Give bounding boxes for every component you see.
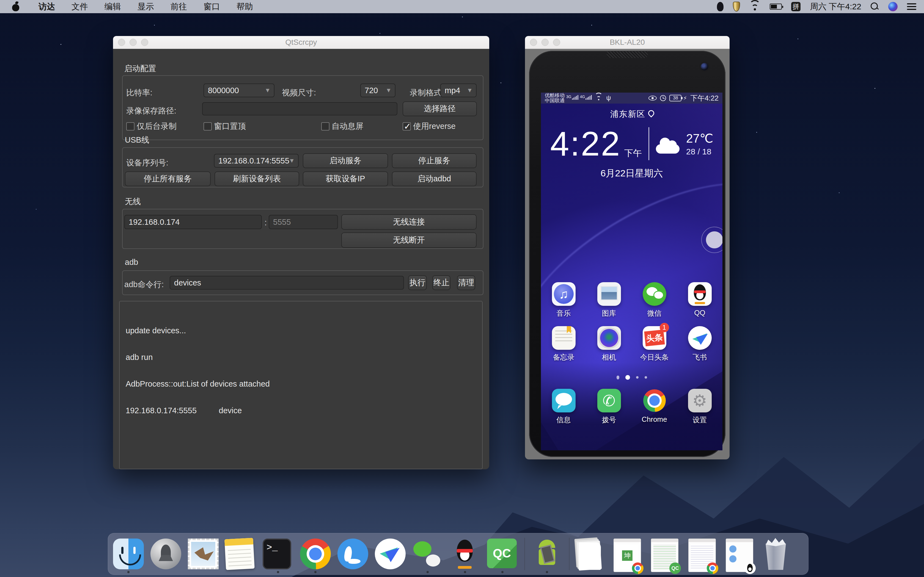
- stop-all-services-button[interactable]: 停止所有服务: [125, 171, 211, 186]
- app-wechat[interactable]: 微信: [634, 282, 675, 318]
- stop-service-button[interactable]: 停止服务: [392, 153, 477, 168]
- record-path-input[interactable]: [202, 102, 397, 115]
- wireless-disconnect-button[interactable]: 无线断开: [341, 232, 477, 248]
- app-chrome[interactable]: Chrome: [634, 389, 675, 425]
- blue-seal-app-icon: [338, 538, 368, 569]
- siri-icon[interactable]: [888, 2, 898, 11]
- menu-go[interactable]: 前往: [162, 0, 195, 13]
- app-settings[interactable]: 设置: [679, 389, 720, 425]
- dock-qq[interactable]: [450, 538, 480, 569]
- dock-terminal[interactable]: >_: [263, 538, 293, 569]
- checkbox-box[interactable]: [204, 122, 212, 131]
- phone-mirror-window: BKL-AL20 优酷移动 中国联通 3G 4G ψ: [525, 36, 730, 459]
- carrier-labels: 优酷移动 中国联通: [545, 93, 565, 103]
- bitrate-combobox[interactable]: 8000000▼: [204, 84, 275, 97]
- window-title: BKL-AL20: [525, 38, 730, 47]
- notes-icon: [552, 326, 575, 350]
- app-messages[interactable]: 信息: [543, 389, 585, 425]
- wifi-icon: [594, 94, 603, 101]
- dock-finder[interactable]: [113, 538, 144, 569]
- adb-clear-button[interactable]: 清理: [457, 275, 475, 290]
- chevron-down-icon: ▼: [265, 87, 271, 94]
- checkbox-window-on-top[interactable]: 窗口置顶: [204, 121, 246, 132]
- app-label: 设置: [693, 415, 707, 425]
- input-method-icon[interactable]: 拼: [791, 2, 801, 11]
- adb-execute-button[interactable]: 执行: [408, 275, 427, 290]
- shield-status-icon[interactable]: [733, 2, 740, 11]
- get-device-ip-button[interactable]: 获取设备IP: [303, 171, 388, 186]
- start-adbd-button[interactable]: 启动adbd: [392, 171, 477, 186]
- adb-log-output[interactable]: update devices... adb run AdbProcess::ou…: [119, 301, 483, 469]
- wireless-connect-button[interactable]: 无线连接: [341, 214, 477, 230]
- qtscrcpy-titlebar[interactable]: QtScrcpy: [113, 36, 489, 49]
- phone-titlebar[interactable]: BKL-AL20: [525, 36, 730, 49]
- dock-minimized-window-3[interactable]: [688, 538, 719, 569]
- menubar-clock[interactable]: 周六 下午4:22: [810, 1, 861, 12]
- app-toutiao[interactable]: 1 今日头条: [634, 326, 675, 362]
- refresh-devices-button[interactable]: 刷新设备列表: [215, 171, 299, 186]
- page-dot: [617, 376, 619, 379]
- dock-documents-stack[interactable]: [576, 538, 607, 569]
- adb-cmd-input[interactable]: devices: [170, 276, 404, 290]
- wireless-ip-input[interactable]: 192.168.0.174: [124, 215, 262, 229]
- video-size-combobox[interactable]: 720▼: [360, 84, 396, 97]
- running-indicator: [546, 571, 548, 573]
- status-time: 下午4:22: [690, 93, 719, 103]
- notification-center-icon[interactable]: [907, 3, 916, 10]
- menu-edit[interactable]: 编辑: [96, 0, 129, 13]
- battery-icon[interactable]: [770, 3, 782, 10]
- checkbox-auto-screen-off[interactable]: 自动息屏: [321, 121, 363, 132]
- alarm-icon: [660, 95, 666, 101]
- app-music[interactable]: 音乐: [543, 282, 585, 318]
- dock-mail[interactable]: [188, 538, 219, 569]
- phone-screen[interactable]: 优酷移动 中国联通 3G 4G ψ 38 ⚡ 下午4:22: [541, 93, 722, 450]
- menu-file[interactable]: 文件: [63, 0, 96, 13]
- clock-widget[interactable]: 浦东新区 4:22 下午 27℃ 28 / 18 6月22日星期六: [541, 108, 722, 180]
- dock-minimized-window-1[interactable]: [614, 538, 645, 569]
- checkbox-background-record[interactable]: 仅后台录制: [126, 121, 176, 132]
- dock-launchpad[interactable]: [150, 538, 181, 569]
- start-service-button[interactable]: 启动服务: [303, 153, 388, 168]
- dock-qtcreator[interactable]: QC: [487, 538, 518, 569]
- app-feishu[interactable]: 飞书: [679, 326, 720, 362]
- app-qq[interactable]: QQ: [679, 282, 720, 318]
- dock-minimized-window-4[interactable]: [726, 538, 756, 569]
- checkbox-use-reverse[interactable]: 使用reverse: [402, 121, 456, 132]
- dock-scrcpy-android[interactable]: [531, 538, 562, 569]
- dock-wechat[interactable]: [412, 538, 443, 569]
- choose-path-button[interactable]: 选择路径: [402, 102, 477, 116]
- bitrate-label: 比特率:: [126, 87, 152, 98]
- carrier-bottom: 中国联通: [545, 98, 565, 103]
- dock-chrome[interactable]: [300, 538, 331, 569]
- qq-status-icon[interactable]: [717, 2, 724, 11]
- app-camera[interactable]: 相机: [588, 326, 630, 362]
- spotlight-search-icon[interactable]: [871, 2, 879, 11]
- record-format-combobox[interactable]: mp4▼: [440, 84, 477, 97]
- dock-blue-seal-app[interactable]: [338, 538, 368, 569]
- serial-combobox[interactable]: 192.168.0.174:5555▼: [214, 154, 299, 168]
- dock-notes[interactable]: [225, 538, 256, 569]
- page-dot-active: [625, 375, 630, 380]
- wifi-icon[interactable]: [750, 2, 760, 11]
- checkbox-box[interactable]: [126, 122, 134, 131]
- adb-terminate-button[interactable]: 终止: [432, 275, 451, 290]
- android-robot-icon: [531, 538, 562, 569]
- wireless-port-input[interactable]: 5555: [269, 215, 338, 229]
- menu-bar: 访达 文件 编辑 显示 前往 窗口 帮助 拼 周六 下午4:22: [0, 0, 924, 13]
- dock-paper-plane-app[interactable]: [375, 538, 405, 569]
- app-notes[interactable]: 备忘录: [543, 326, 585, 362]
- dock-minimized-window-2[interactable]: QC: [651, 538, 682, 569]
- temperature: 27℃: [686, 131, 713, 145]
- serial-label: 设备序列号:: [126, 158, 168, 168]
- apple-menu-icon[interactable]: [11, 2, 20, 11]
- checkbox-box[interactable]: [321, 122, 330, 131]
- charging-bolt-icon: ⚡: [683, 95, 687, 102]
- menu-app-name[interactable]: 访达: [30, 0, 63, 13]
- app-dialer[interactable]: 拨号: [588, 389, 630, 425]
- menu-view[interactable]: 显示: [129, 0, 162, 13]
- checkbox-box-checked[interactable]: [402, 122, 411, 131]
- dock-trash[interactable]: [763, 538, 794, 569]
- menu-window[interactable]: 窗口: [195, 0, 228, 13]
- menu-help[interactable]: 帮助: [228, 0, 261, 13]
- app-gallery[interactable]: 图库: [588, 282, 630, 318]
